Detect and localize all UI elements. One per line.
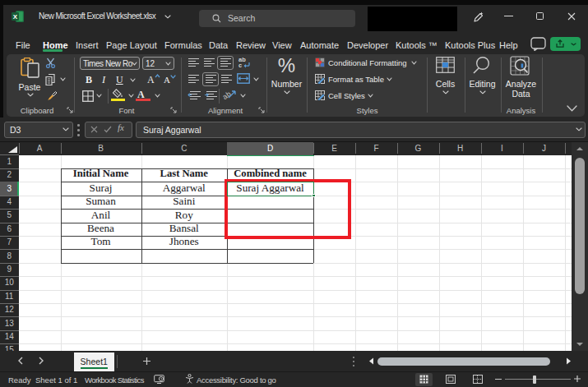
svg-text:X: X xyxy=(13,13,18,21)
